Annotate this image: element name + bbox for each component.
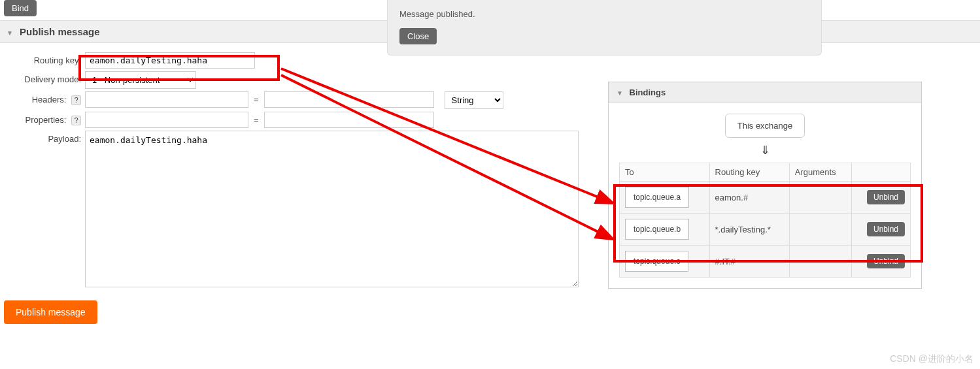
down-arrow-icon: ⇓ (619, 143, 911, 157)
header-value-input[interactable] (264, 91, 434, 108)
unbind-button[interactable]: Unbind (867, 190, 905, 204)
watermark: CSDN @进阶的小名 (890, 353, 973, 365)
collapse-triangle-icon: ▼ (617, 89, 623, 97)
bindings-title: Bindings (630, 88, 666, 97)
unbind-button[interactable]: Unbind (867, 222, 905, 236)
routing-key-input[interactable] (85, 52, 255, 69)
queue-link[interactable]: topic.queue.a (625, 187, 689, 208)
notification-text: Message published. (399, 9, 809, 19)
collapse-triangle-icon: ▼ (7, 29, 13, 37)
close-button[interactable]: Close (399, 28, 437, 44)
routing-key-cell: #.IT.# (709, 246, 789, 278)
payload-label: Payload: (0, 131, 85, 144)
routing-key-cell: eamon.# (709, 182, 789, 214)
col-action (852, 163, 911, 182)
table-row: topic.queue.c #.IT.# Unbind (620, 246, 911, 278)
delivery-mode-select[interactable]: 1 - Non-persistent (85, 71, 196, 89)
header-type-select[interactable]: String (445, 91, 503, 109)
bind-button[interactable]: Bind (4, 0, 37, 16)
table-row: topic.queue.a eamon.# Unbind (620, 182, 911, 214)
help-icon[interactable]: ? (71, 116, 81, 125)
header-key-input[interactable] (85, 91, 248, 108)
table-row: topic.queue.b *.dailyTesting.* Unbind (620, 214, 911, 246)
col-routing: Routing key (709, 163, 789, 182)
arguments-cell (789, 246, 851, 278)
unbind-button[interactable]: Unbind (867, 254, 905, 268)
property-value-input[interactable] (264, 112, 434, 128)
col-arguments: Arguments (789, 163, 851, 182)
publish-section-title: Publish message (20, 26, 100, 37)
routing-key-cell: *.dailyTesting.* (709, 214, 789, 246)
notification-popup: Message published. Close (387, 0, 822, 56)
help-icon[interactable]: ? (71, 95, 81, 105)
publish-message-button[interactable]: Publish message (4, 300, 97, 324)
bindings-table: To Routing key Arguments topic.queue.a e… (619, 163, 911, 278)
properties-label: Properties: (25, 115, 67, 125)
col-to: To (620, 163, 710, 182)
payload-textarea[interactable]: eamon.dailyTesting.haha (85, 131, 579, 287)
property-key-input[interactable] (85, 112, 248, 128)
headers-label: Headers: (32, 95, 67, 104)
this-exchange-box: This exchange (725, 114, 805, 138)
delivery-mode-label: Delivery mode: (0, 71, 85, 84)
arguments-cell (789, 182, 851, 214)
equals-sign: = (248, 91, 264, 108)
bindings-panel: ▼ Bindings This exchange ⇓ To Routing ke… (608, 82, 922, 289)
equals-sign: = (248, 112, 264, 128)
arguments-cell (789, 214, 851, 246)
queue-link[interactable]: topic.queue.b (625, 219, 689, 240)
queue-link[interactable]: topic.queue.c (625, 251, 688, 272)
bindings-header[interactable]: ▼ Bindings (609, 82, 921, 103)
routing-key-label: Routing key: (0, 52, 85, 65)
